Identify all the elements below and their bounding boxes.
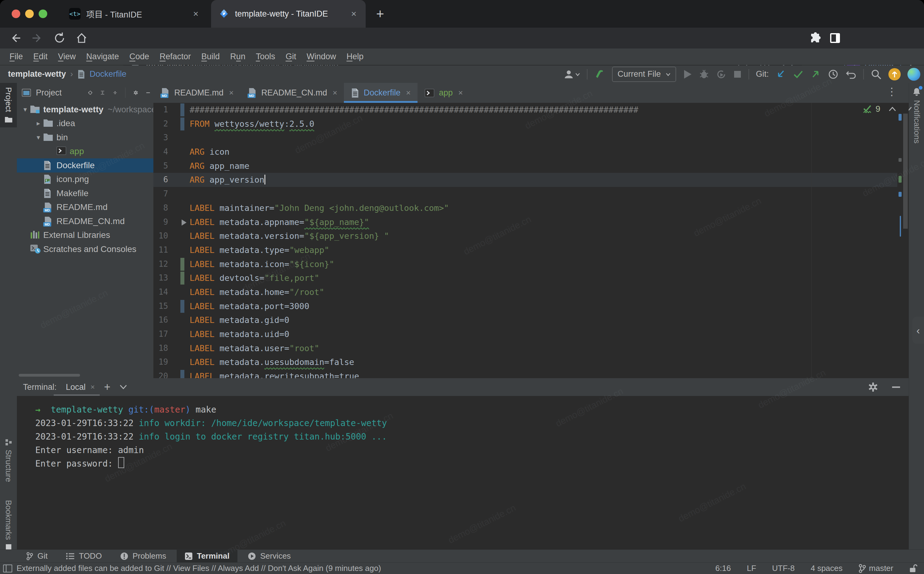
minimize-terminal-icon[interactable] [891, 386, 901, 388]
code-line-1[interactable]: 1#######################################… [153, 103, 897, 117]
menu-tools[interactable]: Tools [251, 52, 280, 62]
close-tab-icon[interactable]: × [406, 88, 411, 98]
editor-tab-app[interactable]: app× [418, 83, 470, 103]
run-configuration-select[interactable]: Current File [612, 66, 676, 82]
code-line-2[interactable]: 2FROM wettyoss/wetty:2.5.0 [153, 117, 897, 131]
tree-item-makefile[interactable]: Makefile [17, 186, 153, 200]
code-line-11[interactable]: 11LABEL metadata.type="webapp" [153, 243, 897, 257]
editor-scrollbar[interactable] [903, 114, 908, 229]
tree-item-scratches-and-consoles[interactable]: Scratches and Consoles [17, 242, 153, 256]
side-panel-icon[interactable] [828, 31, 842, 45]
horizontal-scrollbar[interactable] [19, 374, 80, 377]
code-line-7[interactable]: 7 [153, 187, 897, 201]
terminal-dropdown-chevron-icon[interactable] [119, 385, 127, 390]
expand-all-icon[interactable] [100, 88, 105, 98]
sidebar-item-structure[interactable]: Structure [0, 434, 17, 487]
new-terminal-session-icon[interactable]: + [104, 381, 110, 394]
git-commit-check-icon[interactable] [793, 69, 804, 79]
tree-item--idea[interactable]: ▸.idea [17, 117, 153, 131]
menu-edit[interactable]: Edit [28, 52, 53, 62]
history-clock-icon[interactable] [828, 69, 839, 80]
editor-tabs-menu-kebab-icon[interactable]: ⋮ [886, 85, 897, 98]
tree-collapsed-arrow-icon[interactable]: ▸ [34, 120, 43, 128]
close-terminal-tab-icon[interactable]: × [91, 383, 95, 391]
tool-window-button-terminal[interactable]: Terminal [177, 550, 237, 563]
tree-item-external-libraries[interactable]: External Libraries [17, 229, 153, 243]
breadcrumb-project[interactable]: template-wetty [8, 69, 66, 79]
code-line-15[interactable]: 15LABEL metadata.port=3000 [153, 299, 897, 314]
git-push-icon[interactable] [811, 69, 821, 79]
caret-position[interactable]: 6:16 [715, 564, 731, 573]
git-branch-widget[interactable]: master [859, 564, 893, 573]
code-line-20[interactable]: 20LABEL metadata.rewritesubpath=true [153, 369, 897, 378]
minimize-window-button[interactable] [25, 9, 34, 18]
reload-icon[interactable] [53, 31, 66, 45]
tree-item-template-wetty[interactable]: ▾template-wetty~/workspace [17, 102, 153, 117]
ide-update-icon[interactable] [888, 68, 901, 80]
forward-icon[interactable] [31, 31, 44, 45]
hide-panel-minus-icon[interactable] [146, 91, 150, 94]
menu-code[interactable]: Code [124, 52, 155, 62]
code-line-16[interactable]: 16LABEL metadata.gid=0 [153, 313, 897, 327]
menu-navigate[interactable]: Navigate [81, 52, 124, 62]
code-line-17[interactable]: 17LABEL metadata.uid=0 [153, 327, 897, 341]
fold-arrow-icon[interactable] [182, 219, 187, 226]
indent-setting[interactable]: 4 spaces [811, 564, 842, 573]
collapsed-panel-handle[interactable]: ‹ [912, 317, 924, 344]
code-line-19[interactable]: 19LABEL metadata.usesubdomain=false [153, 355, 897, 369]
menu-build[interactable]: Build [196, 52, 225, 62]
user-icon[interactable] [564, 69, 580, 79]
locate-file-icon[interactable] [88, 88, 92, 98]
terminal-output[interactable]: → template-wetty git:(master) make2023-0… [17, 396, 909, 471]
search-everywhere-icon[interactable] [871, 69, 882, 80]
back-icon[interactable] [9, 31, 22, 45]
terminal-settings-gear-icon[interactable] [868, 382, 878, 392]
maximize-window-button[interactable] [39, 9, 47, 18]
prev-problem-chevron-icon[interactable] [888, 106, 896, 112]
code-line-3[interactable]: 3 [153, 131, 897, 145]
collapse-all-icon[interactable] [113, 88, 117, 98]
code-line-12[interactable]: 12LABEL metadata.icon="${icon}" [153, 257, 897, 271]
code-line-8[interactable]: 8LABEL maintainer="John Deng <john.deng@… [153, 201, 897, 215]
line-ending[interactable]: LF [747, 564, 756, 573]
terminal-tab-local[interactable]: Local × [66, 382, 95, 392]
tree-item-readme-cn-md[interactable]: MDREADME_CN.md [17, 214, 153, 229]
gradle-sphere-icon[interactable] [907, 68, 920, 81]
sidebar-item-bookmarks[interactable]: Bookmarks [0, 496, 17, 557]
tree-item-bin[interactable]: ▾bin [17, 131, 153, 145]
new-tab-button[interactable]: + [372, 6, 388, 22]
tool-window-button-git[interactable]: Git [19, 550, 55, 563]
close-window-button[interactable] [12, 9, 20, 18]
status-window-icon[interactable] [3, 565, 12, 572]
tree-item-readme-md[interactable]: MDREADME.md [17, 200, 153, 214]
code-line-14[interactable]: 14LABEL metadata.home="/root" [153, 285, 897, 299]
extensions-puzzle-icon[interactable] [809, 31, 822, 45]
editor-tab-readme-cn-md[interactable]: MDREADME_CN.md× [240, 83, 344, 103]
sidebar-item-project-stripe[interactable]: Project [0, 83, 17, 128]
tree-item-icon-png[interactable]: icon.png [17, 172, 153, 187]
breadcrumb-file[interactable]: Dockerfile [90, 69, 126, 79]
code-line-13[interactable]: 13LABEL devtools="file,port" [153, 271, 897, 285]
code-line-5[interactable]: 5ARG app_name [153, 159, 897, 173]
tree-expanded-arrow-icon[interactable]: ▾ [34, 134, 43, 142]
code-editor[interactable]: 1#######################################… [153, 103, 897, 378]
git-update-icon[interactable] [776, 69, 786, 79]
editor-tab-readme-md[interactable]: MDREADME.md× [153, 83, 240, 103]
rollback-icon[interactable] [845, 69, 856, 79]
tree-expanded-arrow-icon[interactable]: ▾ [20, 106, 30, 114]
close-tab-icon[interactable]: × [458, 88, 463, 98]
close-tab-icon[interactable]: × [191, 9, 200, 19]
menu-refactor[interactable]: Refactor [154, 52, 196, 62]
menu-window[interactable]: Window [301, 52, 341, 62]
code-line-6[interactable]: 6ARG app_version [153, 173, 897, 187]
tool-window-button-problems[interactable]: Problems [112, 550, 174, 563]
menu-file[interactable]: File [4, 52, 28, 62]
home-icon[interactable] [75, 31, 88, 45]
menu-git[interactable]: Git [280, 52, 302, 62]
code-line-10[interactable]: 10LABEL metadata.version="${app_version}… [153, 229, 897, 243]
menu-run[interactable]: Run [225, 52, 251, 62]
build-hammer-icon[interactable] [594, 69, 605, 80]
tool-window-button-todo[interactable]: TODO [58, 550, 110, 563]
tree-item-app[interactable]: app [17, 145, 153, 159]
project-panel-title[interactable]: Project [22, 88, 62, 98]
